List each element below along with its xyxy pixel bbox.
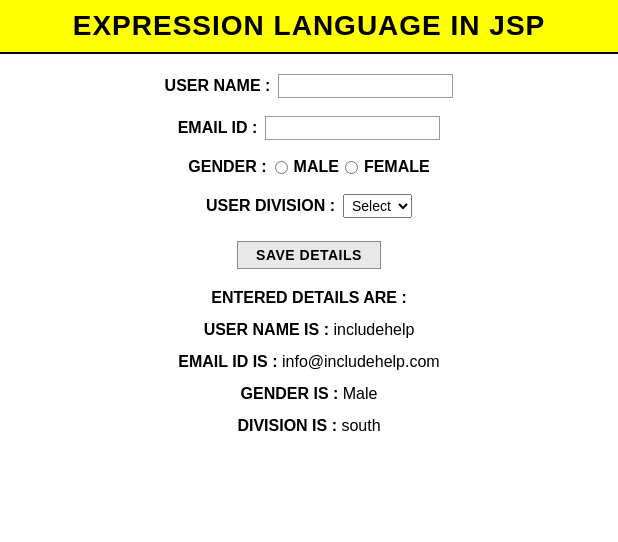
entered-details-label: ENTERED DETAILS ARE : (211, 289, 407, 307)
output-division-label: DIVISION IS : (237, 417, 337, 434)
form-section: USER NAME : EMAIL ID : GENDER : MALE FEM… (0, 74, 618, 269)
page-header: EXPRESSION LANGUAGE IN JSP (0, 0, 618, 54)
gender-radio-group: MALE FEMALE (275, 158, 430, 176)
output-username-row: USER NAME IS : includehelp (204, 321, 415, 339)
gender-female-radio[interactable] (345, 161, 358, 174)
gender-male-radio[interactable] (275, 161, 288, 174)
output-username-value: includehelp (333, 321, 414, 338)
gender-label: GENDER : (188, 158, 266, 176)
gender-female-label: FEMALE (364, 158, 430, 176)
output-gender-row: GENDER IS : Male (241, 385, 378, 403)
output-gender-label: GENDER IS : (241, 385, 339, 402)
page-title: EXPRESSION LANGUAGE IN JSP (73, 10, 546, 41)
division-row: USER DIVISION : Select north south east … (206, 194, 412, 218)
output-division-row: DIVISION IS : south (237, 417, 380, 435)
save-button[interactable]: SAVE DETAILS (237, 241, 381, 269)
email-input[interactable] (265, 116, 440, 140)
output-email-row: EMAIL ID IS : info@includehelp.com (178, 353, 439, 371)
username-label: USER NAME : (165, 77, 271, 95)
gender-row: GENDER : MALE FEMALE (188, 158, 429, 176)
username-row: USER NAME : (165, 74, 454, 98)
gender-male-label: MALE (294, 158, 339, 176)
username-input[interactable] (278, 74, 453, 98)
email-label: EMAIL ID : (178, 119, 258, 137)
output-email-value: info@includehelp.com (282, 353, 440, 370)
output-section: ENTERED DETAILS ARE : USER NAME IS : inc… (0, 289, 618, 435)
division-select[interactable]: Select north south east west (343, 194, 412, 218)
output-username-label: USER NAME IS : (204, 321, 329, 338)
output-email-label: EMAIL ID IS : (178, 353, 277, 370)
output-gender-value: Male (343, 385, 378, 402)
output-division-value: south (341, 417, 380, 434)
email-row: EMAIL ID : (178, 116, 441, 140)
division-label: USER DIVISION : (206, 197, 335, 215)
